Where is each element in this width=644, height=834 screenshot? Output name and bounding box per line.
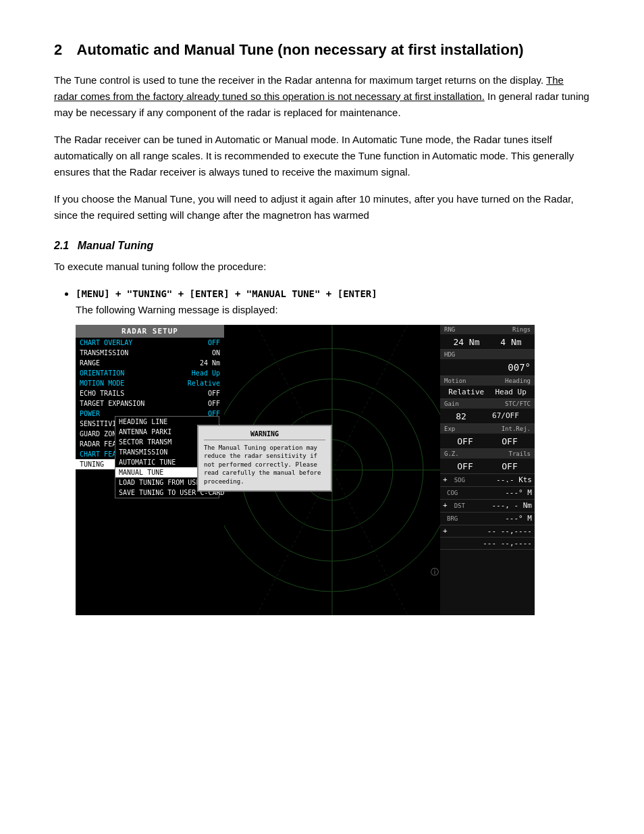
rng-header: RNG Rings	[440, 325, 535, 334]
bullet-sub-text: The following Warning message is display…	[76, 304, 278, 315]
paragraph-3: If you choose the Manual Tune, you will …	[54, 191, 590, 224]
menu-item-range[interactable]: RANGE 24 Nm	[76, 358, 224, 368]
rng-values: 24 Nm 4 Nm	[440, 334, 535, 349]
paragraph-2: The Radar receiver can be tuned in Autom…	[54, 132, 590, 180]
motion-header: Motion Heading	[440, 376, 535, 386]
exp-header: Exp Int.Rej.	[440, 424, 535, 434]
warning-title: WARNING	[204, 430, 325, 440]
menu-item-echo[interactable]: ECHO TRAILS OFF	[76, 388, 224, 398]
motion-values: Relative Head Up	[440, 386, 535, 398]
exp-values: OFF OFF	[440, 434, 535, 448]
gz-trails-block: G.Z. Trails OFF OFF	[440, 449, 535, 474]
bullet-item-1: [MENU] + "TUNING" + [ENTER] + "MANUAL TU…	[76, 286, 590, 318]
hdg-value: 007°	[440, 359, 535, 375]
menu-item-motion[interactable]: MOTION MODE Relative	[76, 378, 224, 388]
warning-text: The Manual Tuning operation may reduce t…	[204, 444, 325, 486]
procedure-intro: To execute manual tuning follow the proc…	[54, 259, 590, 275]
rng-rings-block: RNG Rings 24 Nm 4 Nm	[440, 325, 535, 350]
gain-values: 82 67/OFF	[440, 409, 535, 423]
menu-item-chart-overlay[interactable]: CHART OVERLAY OFF	[76, 338, 224, 348]
bullet-item-text: [MENU] + "TUNING" + [ENTER] + "MANUAL TU…	[76, 288, 377, 299]
gain-stc-block: Gain STC/FTC 82 67/OFF	[440, 399, 535, 424]
menu-title: RADAR SETUP	[76, 325, 224, 338]
hdg-block: HDG 007°	[440, 350, 535, 376]
menu-item-orientation[interactable]: ORIENTATION Head Up	[76, 368, 224, 378]
gz-values: OFF OFF	[440, 459, 535, 473]
gz-header: G.Z. Trails	[440, 449, 535, 459]
brg-block: BRG ---° M	[440, 513, 535, 525]
extra-line1: + -- --,----	[440, 525, 535, 538]
motion-heading-block: Motion Heading Relative Head Up	[440, 376, 535, 399]
menu-item-transmission[interactable]: TRANSMISSION ON	[76, 348, 224, 358]
section-number: 2	[54, 41, 62, 58]
section-title: 2 Automatic and Manual Tune (non necessa…	[54, 41, 590, 60]
subsection-title: 2.1 Manual Tuning	[54, 240, 590, 252]
dst-block: + DST ---, - Nm	[440, 500, 535, 513]
procedure-list: [MENU] + "TUNING" + [ENTER] + "MANUAL TU…	[76, 286, 590, 318]
hdg-header: HDG	[440, 350, 535, 359]
exp-intrej-block: Exp Int.Rej. OFF OFF	[440, 424, 535, 449]
warning-dialog: WARNING The Manual Tuning operation may …	[197, 425, 332, 492]
cog-block: COG ---° M	[440, 487, 535, 500]
menu-item-target-exp[interactable]: TARGET EXPANSION OFF	[76, 398, 224, 409]
paragraph-1: The Tune control is used to tune the rec…	[54, 72, 590, 121]
extra-line2: --- --,----	[440, 538, 535, 550]
radar-screenshot: RADAR SETUP CHART OVERLAY OFF TRANSMISSI…	[76, 325, 535, 615]
info-icon: ⓘ	[431, 567, 439, 578]
gain-header: Gain STC/FTC	[440, 399, 535, 409]
sog-block: + SOG --.- Kts	[440, 474, 535, 487]
